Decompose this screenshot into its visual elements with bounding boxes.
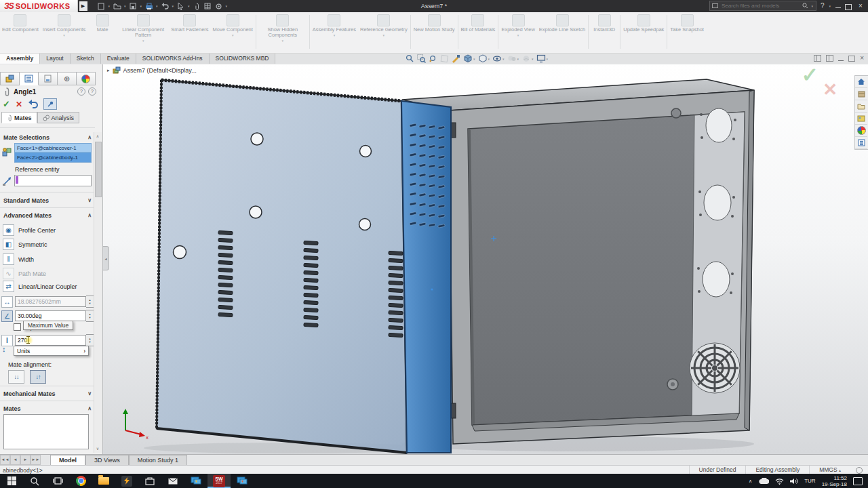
split-pane-right-icon[interactable] — [826, 55, 833, 62]
maximum-value-field[interactable]: 270 — [15, 335, 86, 346]
ribbon-button-new-motion-study[interactable]: New Motion Study — [412, 14, 457, 38]
tab-nav-prev-icon[interactable]: ◄ — [10, 455, 20, 465]
composer-icon[interactable] — [231, 474, 254, 488]
file-explorer-icon[interactable] — [855, 100, 867, 113]
tree-expand-arrow[interactable]: ▸ — [107, 68, 110, 73]
pane-minimize-icon[interactable] — [838, 60, 844, 61]
action-center-icon[interactable] — [853, 477, 863, 485]
motion-study-tab[interactable]: Motion Study 1 — [129, 455, 187, 466]
keyboard-locale[interactable]: TUR — [804, 478, 815, 484]
configurationmanager-tab[interactable] — [39, 72, 58, 85]
panel-scrollbar-thumb[interactable] — [95, 142, 102, 197]
ribbon-button-explode-line-sketch[interactable]: Explode Line Sketch — [537, 14, 587, 38]
pane-close-icon[interactable]: × — [860, 55, 864, 62]
mate-selection-item[interactable]: Face<1>@cabinecover-1 — [15, 144, 91, 152]
undo-button[interactable] — [28, 100, 38, 108]
anti-aligned-button[interactable]: ↓↑ — [30, 370, 46, 384]
ribbon-button-reference-geometry[interactable]: Reference Geometry▾ — [358, 14, 410, 38]
panel-collapse-handle[interactable]: ◂ — [103, 246, 109, 270]
mates-list-header[interactable]: Mates∧ — [3, 405, 92, 412]
ribbon-button-instant3d[interactable]: Instant3D — [589, 14, 619, 38]
aligned-button[interactable]: ↓↓ — [8, 370, 24, 384]
file-explorer-taskbar-icon[interactable] — [92, 474, 115, 488]
tab-solidworks-mbd[interactable]: SOLIDWORKS MBD — [210, 54, 276, 64]
ok-button[interactable]: ✓ — [3, 99, 10, 109]
search-box[interactable]: ▾ — [709, 1, 816, 11]
mate-selections-header[interactable]: Mate Selections∧ — [3, 134, 92, 141]
ribbon-button-show-hidden-components[interactable]: Show Hidden Components▾ — [257, 14, 309, 43]
cabinet-cover[interactable] — [157, 80, 451, 453]
status-globe-icon[interactable] — [856, 467, 863, 474]
ribbon-button-insert-components[interactable]: Insert Components▾ — [41, 14, 87, 38]
taskbar-search-icon[interactable] — [23, 474, 46, 488]
tab-evaluate[interactable]: Evaluate — [101, 54, 136, 64]
standard-mates-header[interactable]: Standard Mates∨ — [3, 197, 92, 204]
open-document-icon[interactable] — [113, 2, 121, 10]
view-orientation-icon[interactable]: ▾ — [463, 54, 475, 63]
cover-selected-face[interactable] — [401, 101, 451, 453]
feedback-icon[interactable]: ? — [77, 87, 85, 96]
attachment-icon[interactable] — [193, 2, 201, 10]
display-style-icon[interactable]: ▾ — [478, 54, 490, 63]
tray-expand-icon[interactable]: ∧ — [749, 479, 752, 484]
path-mate-button[interactable]: ∿Path Mate — [3, 268, 46, 279]
graphics-viewport[interactable]: x ▸ Assem7 (Default<Display... ✓ ✕ ◂ — [103, 64, 868, 454]
view-settings-icon[interactable]: ▾ — [536, 54, 549, 63]
tab-sketch[interactable]: Sketch — [71, 54, 101, 64]
assembly-3d-scene[interactable]: x — [103, 64, 868, 454]
lightning-app-icon[interactable] — [115, 474, 138, 488]
ribbon-button-smart-fasteners[interactable]: Smart Fasteners — [169, 14, 210, 38]
save-icon[interactable] — [129, 2, 138, 10]
help-icon[interactable]: ? — [88, 87, 96, 96]
confirm-ok-icon[interactable]: ✓ — [802, 64, 818, 87]
minimize-button[interactable] — [835, 7, 841, 8]
propertymanager-tab[interactable] — [20, 72, 39, 85]
distance-field[interactable]: 18.08276502mm — [15, 296, 86, 307]
tab-nav-next-icon[interactable]: ► — [20, 455, 31, 465]
close-button[interactable]: × — [856, 2, 865, 9]
previous-view-icon[interactable] — [429, 54, 437, 63]
task-view-icon[interactable] — [46, 474, 69, 488]
settings-gear-icon[interactable] — [214, 2, 223, 10]
start-button[interactable] — [0, 474, 23, 488]
tab-nav-last-icon[interactable]: ►► — [31, 455, 41, 465]
hide-show-items-icon[interactable]: ▾ — [492, 54, 505, 63]
tab-assembly[interactable]: Assembly — [0, 54, 40, 64]
new-document-icon[interactable] — [97, 2, 106, 10]
width-mate-button[interactable]: ‖Width — [3, 253, 34, 265]
ribbon-button-update-speedpak[interactable]: Update Speedpak — [621, 14, 666, 38]
mates-subtab[interactable]: Mates — [1, 112, 37, 123]
ribbon-button-take-snapshot[interactable]: Take Snapshot — [668, 14, 706, 38]
reference-entity-input[interactable] — [14, 175, 92, 186]
tab-layout[interactable]: Layout — [40, 54, 71, 64]
flip-checkbox[interactable] — [14, 323, 21, 331]
zoom-to-fit-icon[interactable] — [406, 54, 414, 63]
wifi-icon[interactable] — [775, 478, 784, 485]
zoom-to-area-icon[interactable] — [417, 54, 426, 63]
undo-icon[interactable] — [161, 2, 170, 10]
mechanical-mates-header[interactable]: Mechanical Mates∨ — [3, 390, 92, 397]
solidworks-taskbar-icon[interactable]: SW2017 — [208, 474, 231, 488]
tab-nav-first-icon[interactable]: ◄◄ — [0, 455, 10, 465]
symmetric-mate-button[interactable]: ◧Symmetric — [3, 239, 47, 250]
edrawings-icon[interactable] — [184, 474, 208, 488]
search-input[interactable] — [720, 2, 800, 9]
cancel-button[interactable]: ✕ — [16, 100, 22, 109]
advanced-mates-header[interactable]: Advanced Mates∧ — [3, 212, 92, 219]
ribbon-button-exploded-view[interactable]: Exploded View▾ — [499, 14, 536, 38]
panel-scrollbar[interactable]: ∧ ∨ — [94, 132, 102, 453]
appearances-icon[interactable] — [855, 125, 867, 137]
help-button[interactable]: ? — [821, 1, 825, 11]
pin-button[interactable] — [43, 98, 57, 110]
ribbon-button-move-component[interactable]: Move Component▾ — [211, 14, 255, 38]
view-palette-icon[interactable] — [855, 113, 867, 125]
design-library-icon[interactable] — [855, 88, 867, 100]
restore-button[interactable] — [845, 4, 852, 10]
print-icon[interactable] — [144, 2, 153, 10]
options-grid-icon[interactable] — [203, 2, 212, 10]
mates-list[interactable] — [3, 414, 89, 449]
ribbon-button-linear-component-pattern[interactable]: Linear Component Pattern▾ — [117, 14, 169, 43]
displaymanager-tab[interactable] — [77, 72, 96, 85]
analysis-subtab[interactable]: Analysis — [37, 112, 80, 123]
feature-tree-root[interactable]: ▸ Assem7 (Default<Display... — [107, 66, 197, 74]
